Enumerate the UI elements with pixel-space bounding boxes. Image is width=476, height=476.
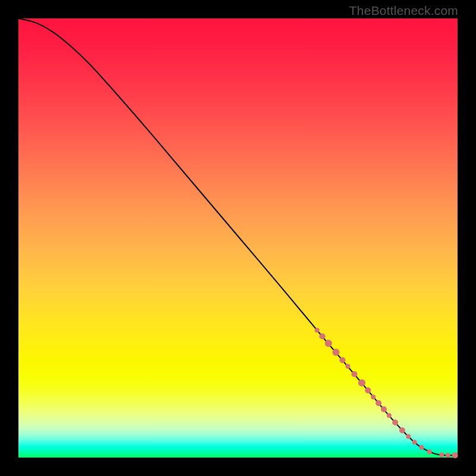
data-marker — [381, 406, 387, 412]
data-marker — [399, 427, 405, 433]
data-marker — [365, 387, 371, 393]
data-marker — [325, 340, 332, 347]
bottleneck-curve — [18, 18, 458, 455]
chart-overlay — [18, 18, 458, 458]
data-marker — [333, 349, 340, 356]
data-marker — [412, 440, 417, 444]
data-marker — [371, 394, 375, 399]
data-marker — [419, 445, 424, 450]
data-marker — [358, 380, 365, 387]
data-marker — [340, 357, 346, 363]
data-marker — [427, 449, 432, 454]
data-marker — [320, 333, 325, 339]
data-marker — [387, 413, 392, 418]
watermark-label: TheBottleneck.com — [349, 4, 458, 18]
chart-stage: TheBottleneck.com — [0, 0, 476, 476]
data-marker — [346, 364, 350, 369]
data-marker — [375, 400, 381, 406]
data-marker — [352, 371, 358, 377]
data-marker — [406, 434, 411, 439]
data-marker — [439, 453, 444, 458]
data-marker — [315, 328, 320, 333]
data-marker — [446, 453, 450, 458]
data-marker — [392, 419, 398, 425]
data-marker — [452, 452, 458, 458]
data-markers — [315, 328, 458, 458]
